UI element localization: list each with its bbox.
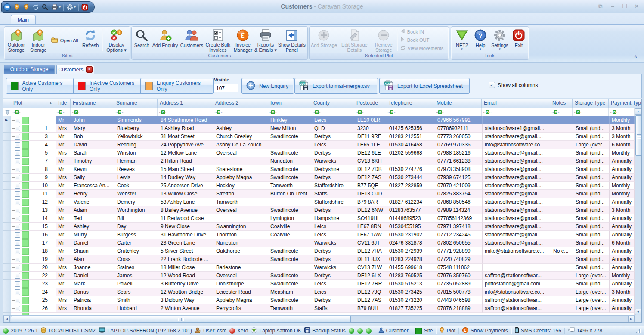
table-row[interactable]: 26MrsRhondaHubbard2 Winton AvenuePerrycr… [3, 304, 635, 313]
cell[interactable]: 07720 740829 [435, 255, 483, 264]
horizontal-scrollbar[interactable]: ◀ ▶ [3, 315, 635, 322]
cell[interactable]: 01530 273425 [387, 288, 435, 296]
new-enquiry-button[interactable]: New Enquiry [242, 78, 294, 94]
cell[interactable]: stationsoftware@gmail.... [483, 133, 551, 141]
table-row[interactable]: 15MrAshleyDay9 New CloseSwanningtonCoalv… [3, 223, 635, 231]
cell[interactable]: stationsoftware@gmail.... [483, 231, 551, 239]
cell[interactable]: Annually [610, 264, 635, 272]
enquiry-customers-button[interactable]: Enquiry Customers Only [140, 78, 214, 94]
cell[interactable]: 15 Main Street [158, 165, 214, 174]
cell[interactable]: Barlestone [214, 264, 268, 272]
cell[interactable]: 07825 883754 [435, 190, 483, 198]
vertical-scrollbar[interactable]: ▲ ▼ [635, 108, 641, 315]
cell-plot[interactable]: 9 [29, 174, 56, 182]
exit-button[interactable]: Exit [511, 27, 527, 53]
cell[interactable]: Day [115, 223, 158, 231]
cell[interactable]: 01283763577 [387, 206, 435, 214]
cell[interactable] [214, 214, 268, 223]
cell[interactable]: 01530 274776 [387, 165, 435, 174]
cell[interactable]: saffron@stationsoftwar... [483, 272, 551, 280]
cell[interactable]: 02476 381878 [387, 239, 435, 247]
cell[interactable]: Derbys [312, 247, 355, 255]
cell[interactable]: Monthly [610, 272, 635, 280]
cell[interactable]: 31 Hawthorne Drive [158, 231, 214, 239]
cell[interactable] [551, 280, 573, 288]
cell[interactable]: Hinkley [268, 116, 312, 124]
ribbon-tab-main[interactable]: Main [11, 15, 36, 25]
add-enquiry-button[interactable]: Add Enquiry [151, 27, 179, 53]
column-header-notes[interactable]: Notes [550, 99, 573, 108]
cell[interactable] [551, 116, 573, 124]
cell[interactable]: Large (over... [573, 288, 610, 296]
cell[interactable]: 07786932111 [435, 124, 483, 133]
column-header-payment-type[interactable]: Payment Type [609, 99, 641, 108]
display-options-button[interactable]: ! Display Options ▾ [104, 27, 129, 53]
cell[interactable]: SO419HL [355, 214, 387, 223]
cell[interactable]: 07971 397418 [435, 223, 483, 231]
cell[interactable]: Francesca An... [71, 182, 115, 190]
cell[interactable]: Mary [71, 124, 115, 133]
row-checkbox[interactable] [15, 298, 20, 303]
cell[interactable]: Mrs [56, 304, 71, 313]
cell-plot[interactable]: 5 [29, 149, 56, 157]
plot-status-button[interactable]: Plot [440, 327, 455, 335]
cell[interactable]: Valerie [71, 198, 115, 206]
cell[interactable] [551, 264, 573, 272]
cell[interactable]: Annually [610, 214, 635, 223]
cell[interactable]: Mr [56, 157, 71, 165]
cell-plot[interactable]: 3 [29, 133, 56, 141]
cell[interactable]: Mr [56, 231, 71, 239]
minimize-icon[interactable]: – [609, 3, 616, 10]
cell[interactable]: 07989 114324 [435, 206, 483, 214]
cell[interactable]: Small (und... [573, 124, 610, 133]
cell[interactable]: John [71, 116, 115, 124]
cell[interactable]: LE67 8RN [355, 223, 387, 231]
cell[interactable]: Swadlincote [268, 206, 312, 214]
column-header-county[interactable]: County [311, 99, 354, 108]
table-row[interactable]: MrJohnSimmonds84 Strathmore RoadHinkleyL… [3, 116, 635, 124]
cell[interactable]: Annually [610, 198, 635, 206]
cell[interactable]: Alan [71, 255, 115, 264]
cell[interactable]: Mr [56, 133, 71, 141]
table-row[interactable]: 17MrDanielCarter23 Green LaneNuneatonWar… [3, 239, 635, 247]
cell[interactable]: Annually [610, 296, 635, 304]
filter-cell[interactable]: aBc [311, 108, 354, 116]
resize-grip[interactable] [636, 329, 641, 333]
row-checkbox[interactable] [15, 118, 20, 123]
cell-plot[interactable]: 13 [29, 206, 56, 214]
cell[interactable]: 07939 674125 [435, 174, 483, 182]
cell[interactable]: Lewis [115, 174, 158, 182]
cell[interactable]: 01530455195 [387, 223, 435, 231]
close-tab-icon[interactable] [86, 66, 93, 73]
cell[interactable]: Staffs [312, 304, 355, 313]
row-checkbox[interactable] [15, 306, 20, 311]
cell[interactable]: Monthly [610, 116, 635, 124]
column-header-email[interactable]: Email [482, 99, 550, 108]
cell[interactable]: 1 Ashley Road [158, 124, 214, 133]
column-header-postcode[interactable]: Postcode [354, 99, 386, 108]
cell[interactable]: Large (over... [573, 296, 610, 304]
cell[interactable]: info@stationsoftware.co... [483, 141, 551, 149]
row-checkbox[interactable] [15, 265, 20, 270]
cell-plot[interactable]: 7 [29, 157, 56, 165]
table-row[interactable]: 9MrsSallyLewis14 Dudley WayAppleby Magna… [3, 174, 635, 182]
cell[interactable] [551, 223, 573, 231]
cell[interactable]: Smith [115, 296, 158, 304]
table-row[interactable]: 23MrMarkPowell3 Butterley DriveDonisthor… [3, 280, 635, 288]
cell[interactable]: Henman [115, 157, 158, 165]
table-row[interactable]: 7MrTimothyHenman2 Hilton RoadNuneatonWar… [3, 157, 635, 165]
cell[interactable]: Measham [268, 288, 312, 296]
cell[interactable]: Winston [115, 149, 158, 157]
cell[interactable]: 2 Hilton Road [158, 157, 214, 165]
cell[interactable]: Mark [71, 280, 115, 288]
cell[interactable]: Sarah [71, 149, 115, 157]
cell[interactable]: Leics [312, 223, 355, 231]
help-button[interactable]: ? Help ▾ [472, 27, 489, 53]
cell[interactable]: DE12 6LX [355, 272, 387, 280]
cell[interactable]: Mr [56, 165, 71, 174]
cell[interactable] [268, 239, 312, 247]
cell[interactable]: 3 Didbury Way [158, 296, 214, 304]
cell-plot[interactable]: 8 [29, 165, 56, 174]
table-row[interactable]: 5MrsSarahWinston12 Mellow LaneOversealSw… [3, 149, 635, 157]
cell[interactable]: Carter [115, 239, 158, 247]
